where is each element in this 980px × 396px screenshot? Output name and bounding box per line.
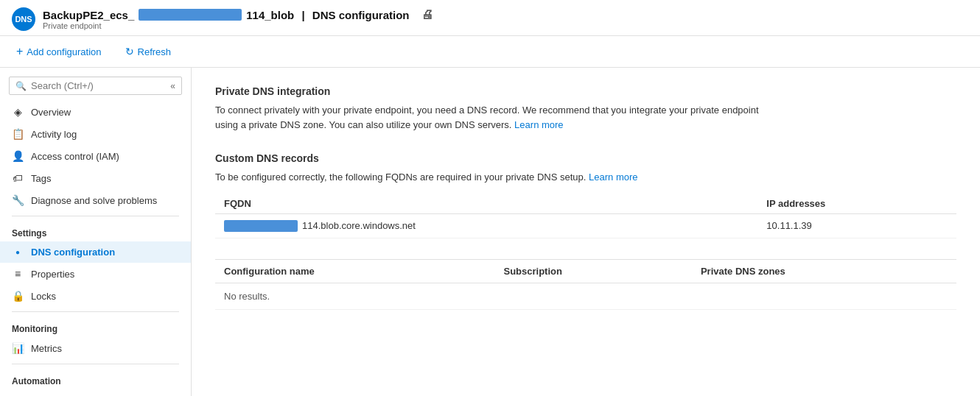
metrics-icon: 📊 <box>12 342 24 354</box>
tags-icon: 🏷 <box>12 172 24 184</box>
config-dns-zones-header: Private DNS zones <box>692 259 956 283</box>
header-title: BackupPE2_ecs_114_blob | DNS configurati… <box>43 8 433 21</box>
custom-dns-title: Custom DNS records <box>215 152 956 164</box>
toolbar: + Add configuration ↻ Refresh <box>0 36 980 68</box>
resource-avatar: DNS <box>12 7 35 31</box>
print-icon[interactable]: 🖨 <box>421 8 433 21</box>
config-section: Configuration name Subscription Private … <box>215 259 956 310</box>
custom-dns-desc: To be configured correctly, the followin… <box>215 170 760 185</box>
title-pipe: | <box>298 9 308 21</box>
sidebar-item-tags[interactable]: 🏷 Tags <box>0 167 191 189</box>
refresh-icon: ↻ <box>125 46 134 57</box>
page-header: DNS BackupPE2_ecs_114_blob | DNS configu… <box>0 0 980 36</box>
activity-log-icon: 📋 <box>12 128 24 140</box>
private-dns-section: Private DNS integration To connect priva… <box>215 85 956 132</box>
title-prefix: BackupPE2_ecs_ <box>43 9 134 21</box>
settings-divider <box>12 216 179 216</box>
main-layout: 🔍 « ◈ Overview 📋 Activity log 👤 Access c… <box>0 68 980 396</box>
config-subscription-header: Subscription <box>494 259 691 283</box>
config-table: Configuration name Subscription Private … <box>215 259 956 310</box>
sidebar-item-activity-log[interactable]: 📋 Activity log <box>0 123 191 145</box>
settings-section-label: Settings <box>0 221 191 241</box>
sidebar-label-dns-configuration: DNS configuration <box>31 247 115 258</box>
sidebar-item-dns-configuration[interactable]: ● DNS configuration <box>0 241 191 263</box>
dns-config-icon: ● <box>12 248 24 256</box>
sidebar-item-locks[interactable]: 🔒 Locks <box>0 285 191 307</box>
custom-dns-section: Custom DNS records To be configured corr… <box>215 152 956 238</box>
sidebar-label-activity-log: Activity log <box>31 129 77 140</box>
custom-dns-learn-more-label: Learn more <box>589 172 637 183</box>
sidebar: 🔍 « ◈ Overview 📋 Activity log 👤 Access c… <box>0 68 192 396</box>
search-input[interactable] <box>31 80 166 91</box>
header-subtitle: Private endpoint <box>43 21 433 30</box>
search-container[interactable]: 🔍 « <box>9 77 182 95</box>
automation-divider <box>12 364 179 364</box>
collapse-button[interactable]: « <box>170 81 175 91</box>
refresh-label: Refresh <box>138 46 172 57</box>
access-control-icon: 👤 <box>12 150 24 162</box>
properties-icon: ≡ <box>12 268 24 280</box>
sidebar-item-access-control[interactable]: 👤 Access control (IAM) <box>0 145 191 167</box>
fqdn-table: FQDN IP addresses 114.blob.core.windows.… <box>215 194 956 238</box>
private-dns-desc: To connect privately with your private e… <box>215 103 760 132</box>
page-title: DNS configuration <box>312 9 410 21</box>
sidebar-item-metrics[interactable]: 📊 Metrics <box>0 337 191 359</box>
no-results-cell: No results. <box>215 283 956 309</box>
private-dns-learn-more-link[interactable]: Learn more <box>514 119 563 130</box>
config-no-results-row: No results. <box>215 283 956 309</box>
private-dns-title: Private DNS integration <box>215 85 956 97</box>
title-suffix: 114_blob <box>246 9 294 21</box>
avatar-text: DNS <box>15 15 32 24</box>
custom-dns-learn-more-link[interactable]: Learn more <box>589 172 637 183</box>
add-config-label: Add configuration <box>27 46 101 57</box>
sidebar-item-overview[interactable]: ◈ Overview <box>0 101 191 123</box>
locks-icon: 🔒 <box>12 290 24 302</box>
plus-icon: + <box>16 45 23 58</box>
sidebar-label-properties: Properties <box>31 269 74 280</box>
sidebar-label-access-control: Access control (IAM) <box>31 151 119 162</box>
fqdn-cell: 114.blob.core.windows.net <box>215 213 757 238</box>
search-icon: 🔍 <box>15 81 27 91</box>
config-name-header: Configuration name <box>215 259 494 283</box>
ip-cell: 10.11.1.39 <box>757 213 956 238</box>
monitoring-divider <box>12 311 179 312</box>
sidebar-item-properties[interactable]: ≡ Properties <box>0 263 191 285</box>
ip-col-header: IP addresses <box>757 194 956 214</box>
custom-dns-description-text: To be configured correctly, the followin… <box>215 172 586 183</box>
header-title-group: BackupPE2_ecs_114_blob | DNS configurati… <box>43 8 433 30</box>
sidebar-item-diagnose[interactable]: 🔧 Diagnose and solve problems <box>0 189 191 211</box>
title-redacted <box>139 9 242 21</box>
add-configuration-button[interactable]: + Add configuration <box>12 42 106 61</box>
sidebar-label-overview: Overview <box>31 107 71 118</box>
table-row: 114.blob.core.windows.net 10.11.1.39 <box>215 213 956 238</box>
main-content: Private DNS integration To connect priva… <box>192 68 980 396</box>
private-dns-description-text: To connect privately with your private e… <box>215 105 759 130</box>
monitoring-section-label: Monitoring <box>0 317 191 337</box>
automation-section-label: Automation <box>0 369 191 389</box>
overview-icon: ◈ <box>12 106 24 118</box>
refresh-button[interactable]: ↻ Refresh <box>121 43 176 60</box>
sidebar-label-metrics: Metrics <box>31 343 62 354</box>
fqdn-col-header: FQDN <box>215 194 757 214</box>
sidebar-label-diagnose: Diagnose and solve problems <box>31 195 157 206</box>
sidebar-label-tags: Tags <box>31 173 51 184</box>
fqdn-suffix: 114.blob.core.windows.net <box>302 220 416 231</box>
fqdn-redacted <box>224 220 298 232</box>
diagnose-icon: 🔧 <box>12 194 24 206</box>
sidebar-label-locks: Locks <box>31 291 56 302</box>
